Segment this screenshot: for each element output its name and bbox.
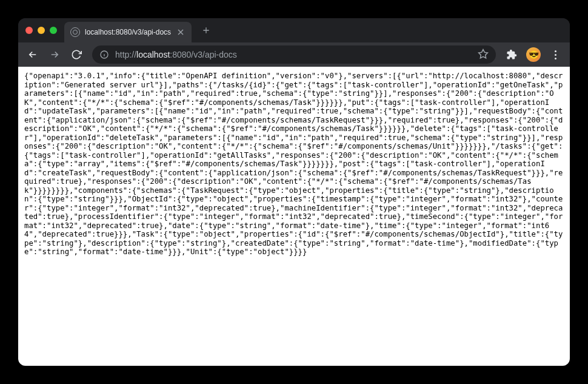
extensions-icon[interactable] (502, 45, 521, 64)
window-controls (25, 27, 57, 34)
address-bar[interactable]: http://localhost:8080/v3/api-docs (92, 45, 496, 64)
url-path: :8080/v3/api-docs (170, 50, 237, 59)
menu-button[interactable] (546, 45, 565, 64)
url-text: http://localhost:8080/v3/api-docs (115, 50, 472, 59)
page-content: {"openapi":"3.0.1","info":{"title":"Open… (18, 67, 570, 366)
close-tab-button[interactable] (176, 27, 185, 37)
titlebar: localhost:8080/v3/api-docs (18, 18, 570, 42)
bookmark-star-icon[interactable] (478, 49, 489, 61)
browser-tab[interactable]: localhost:8080/v3/api-docs (64, 22, 192, 42)
kebab-icon (555, 50, 556, 59)
browser-window: localhost:8080/v3/api-docs http://localh… (18, 18, 570, 366)
back-button[interactable] (23, 45, 42, 64)
tab-strip: localhost:8080/v3/api-docs (64, 18, 563, 42)
url-protocol: http:// (115, 50, 136, 59)
toolbar: http://localhost:8080/v3/api-docs 😎 (18, 42, 570, 67)
json-response-body[interactable]: {"openapi":"3.0.1","info":{"title":"Open… (24, 72, 564, 257)
tab-title: localhost:8080/v3/api-docs (85, 28, 171, 36)
url-host: localhost (136, 50, 170, 59)
close-window-button[interactable] (25, 27, 33, 34)
reload-button[interactable] (67, 45, 86, 64)
minimize-window-button[interactable] (38, 27, 45, 34)
profile-avatar[interactable]: 😎 (526, 47, 541, 62)
new-tab-button[interactable] (198, 22, 215, 39)
svg-marker-1 (479, 49, 488, 58)
maximize-window-button[interactable] (50, 27, 57, 34)
forward-button[interactable] (45, 45, 64, 64)
globe-icon (70, 27, 80, 37)
site-info-icon[interactable] (99, 50, 109, 59)
